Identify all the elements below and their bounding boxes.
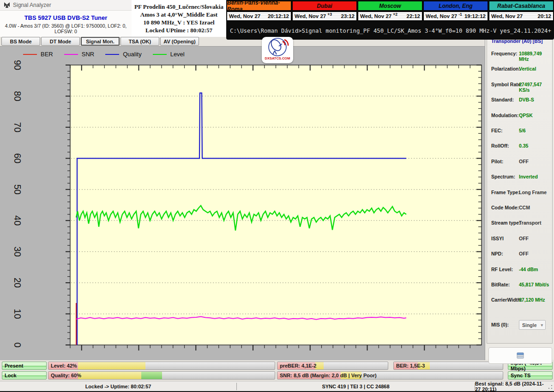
- transponder-row-label: Frame Type:: [491, 190, 520, 195]
- clock-time: 22:12: [407, 13, 420, 19]
- tab-dt-mode[interactable]: DT Mode: [41, 37, 80, 46]
- transponder-row: Frame Type:Long Frame: [491, 190, 551, 196]
- transponder-row-value: Vertical: [519, 66, 536, 71]
- ber-meter: BER: 1,5E-3: [393, 362, 503, 370]
- tuner-name: TBS 5927 USB DVB-S2 Tuner: [0, 14, 132, 21]
- transponder-row: Polarization:Vertical: [491, 66, 551, 72]
- transponder-row-value: 27497,547 KS/s: [519, 82, 551, 93]
- transponder-row-value: CCM: [519, 205, 530, 210]
- transponder-row: CarrierWidth:37,120 MHz: [491, 297, 551, 303]
- transponder-row: RollOff:0.35: [491, 143, 551, 149]
- sync-ts-indicator: Sync TS: [508, 371, 553, 380]
- status-best-signal: Best signal: 8,5 dB (2024-11-27 20:11): [475, 381, 549, 392]
- signal-chart-panel: 0102030405060708090 BER SNR Quality Leve…: [0, 46, 485, 360]
- transponder-row: Frequency:10889,749 MHz: [491, 51, 551, 57]
- snr-line-swatch: [64, 54, 78, 55]
- sync-ts-label: Sync TS: [511, 373, 530, 378]
- transponder-row-label: Modulation:: [491, 113, 518, 118]
- tab-bs-mode[interactable]: BS Mode: [1, 37, 40, 46]
- transponder-row-value: -44 dBm: [519, 267, 538, 272]
- clock-rabat: Rabat-Casablanca Wed, Nov 27 20:12: [489, 0, 554, 22]
- drive-icon: [516, 352, 524, 359]
- transponder-row-value: Inverted: [519, 174, 538, 179]
- clock-utc-offset: -1: [458, 12, 462, 17]
- mode-tabs: BS Mode DT Mode Signal Mon. TSA (OK) AV …: [1, 37, 199, 46]
- transponder-row-label: Standard:: [491, 97, 514, 102]
- transponder-row-label: Polarization:: [491, 66, 520, 71]
- note-line-1: PF Prodelin 450_Lučenec/Slovakia: [132, 3, 226, 11]
- status-sync-counters: SYNC 419 | TEI 3 | CC 24868: [237, 381, 475, 392]
- transponder-row-value: Transport: [519, 220, 541, 226]
- level-line-swatch: [153, 54, 167, 55]
- legend-item-snr: SNR: [64, 51, 94, 58]
- svg-text:30: 30: [12, 247, 23, 257]
- transponder-row-value: DVB-S: [519, 97, 534, 102]
- snr-meter: SNR: 8,5 dB (Margin: 2,0 dB | Very Poor): [277, 371, 503, 380]
- transponder-row-label: Symbol Rate:: [491, 82, 522, 87]
- ber-meter-label: BER: 1,5E-3: [396, 363, 425, 368]
- quality-meter-label: Quality: 60%: [51, 373, 81, 378]
- present-indicator: Present: [2, 362, 47, 370]
- transponder-row-label: NPD:: [491, 251, 503, 256]
- clock-city-label: Rabat-Casablanca: [489, 1, 554, 11]
- clock-time: 19:12:12: [464, 13, 486, 19]
- tab-tsa[interactable]: TSA (OK): [120, 37, 159, 46]
- clock-city-label: Moscow: [358, 1, 422, 11]
- svg-text:90: 90: [12, 60, 23, 70]
- satellite-dish-icon: [264, 37, 291, 57]
- quality-line-swatch: [105, 54, 119, 55]
- mis-row: MIS (0): Single ▾: [491, 322, 551, 332]
- transponder-row: FEC:5/6: [491, 128, 551, 134]
- mis-label: MIS (0):: [491, 322, 509, 327]
- chevron-down-icon: ▾: [541, 323, 543, 327]
- legend-label: Quality: [123, 51, 141, 58]
- legend-label: BER: [41, 51, 53, 58]
- tuner-info-panel: TBS 5927 USB DVB-S2 Tuner 4.0W - Amos 3/…: [0, 11, 132, 37]
- transponder-row: Stream type:Transport: [491, 220, 551, 226]
- transponder-row-value: 0.35: [519, 143, 528, 148]
- clock-utc-offset: +2: [393, 12, 397, 17]
- clock-datetime: Wed, Nov 27 +3 23:12: [292, 12, 357, 21]
- lock-label: Lock: [5, 373, 17, 378]
- console-command: C:\Users\Roman Dávid>Signal monitoring_P…: [230, 28, 551, 34]
- transponder-row-label: RF Level:: [491, 267, 513, 272]
- status-uptime: Locked -> Uptime: 80:02:57: [0, 381, 236, 392]
- transponder-row-value: OFF: [519, 236, 529, 241]
- legend-item-quality: Quality: [105, 51, 141, 58]
- tab-signal-mon[interactable]: Signal Mon.: [81, 37, 120, 46]
- clock-datetime: Wed, Nov 27 +2 22:12: [358, 12, 422, 21]
- svg-text:70: 70: [12, 122, 23, 132]
- clock-time: 20:12: [538, 13, 551, 19]
- dxsatcs-logo-text: DXSATCS.COM: [265, 56, 290, 60]
- clock-city-label: Dubai: [292, 1, 357, 11]
- transponder-row-value: OFF: [519, 251, 529, 256]
- clock-time: 20:12:12: [268, 13, 289, 19]
- transponder-row: Symbol Rate:27497,547 KS/s: [491, 82, 551, 88]
- transponder-row-label: Stream type:: [491, 220, 521, 226]
- legend-label: SNR: [82, 51, 94, 58]
- transponder-row: Spectrum:Inverted: [491, 174, 551, 180]
- clock-date: Wed, Nov 27: [229, 13, 260, 19]
- app-icon: [4, 2, 10, 8]
- mis-dropdown[interactable]: Single ▾: [519, 320, 546, 330]
- clock-date: Wed, Nov 27: [360, 13, 391, 19]
- transponder-row: Modulation:QPSK: [491, 113, 551, 119]
- transponder-row-label: ISSYI: [491, 236, 504, 241]
- transponder-row-value: 37,120 MHz: [519, 297, 545, 303]
- transponder-row: BitRate:45,817 Mbit/s: [491, 282, 551, 288]
- tab-av[interactable]: AV (Opening): [160, 37, 199, 46]
- clock-date: Wed, Nov 27: [426, 13, 457, 19]
- transponder-row: Pilot:OFF: [491, 159, 551, 165]
- transponder-row-value: Long Frame: [519, 190, 547, 195]
- transponder-row-value: 5/6: [519, 128, 526, 133]
- transponder-row-label: Spectrum:: [491, 174, 515, 179]
- preber-meter: preBER: 4,1E-2: [277, 362, 388, 370]
- svg-text:20: 20: [12, 278, 23, 288]
- transponder-row-label: FEC:: [491, 128, 503, 133]
- legend-item-level: Level: [153, 51, 185, 58]
- transponder-panel: Transponder (A0) [BS] MIS (0): Single ▾ …: [485, 35, 554, 360]
- resize-grip[interactable]: [548, 384, 553, 390]
- record-button[interactable]: [488, 347, 552, 364]
- mis-value: Single: [522, 322, 537, 328]
- clock-datetime: Wed, Nov 27 -1 19:12:12: [423, 12, 488, 21]
